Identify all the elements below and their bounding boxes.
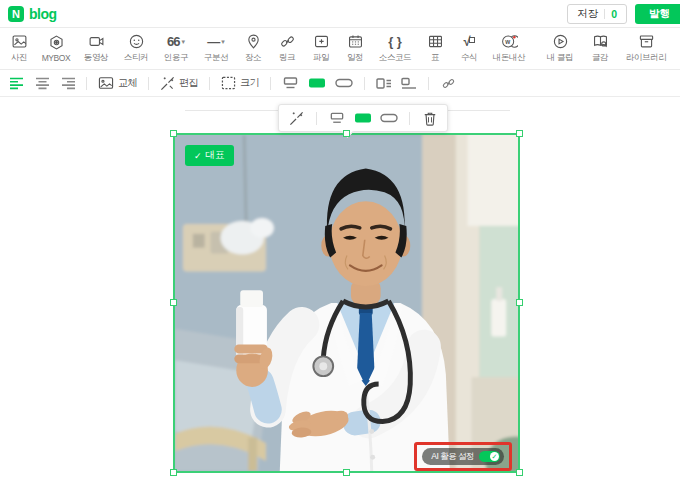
size-label: 크기 bbox=[240, 76, 259, 90]
align-right-icon bbox=[60, 77, 75, 90]
publish-button[interactable]: 발행 bbox=[635, 4, 680, 24]
toolbar-library-button[interactable]: 라이브러리 bbox=[620, 29, 672, 69]
width-fit-icon bbox=[354, 112, 372, 124]
toolbar-item-label: 파일 bbox=[313, 52, 329, 64]
toolbar-table-button[interactable]: 표 bbox=[418, 29, 452, 69]
toolbar-sourcecode-button[interactable]: { } 소스코드 bbox=[372, 29, 418, 69]
toolbar-video-button[interactable]: 동영상 bbox=[76, 29, 116, 69]
naver-blog-editor: N blog 저장 0 발행 사진 MYBOX bbox=[0, 0, 680, 484]
resize-handle-nw[interactable] bbox=[170, 130, 177, 137]
insert-toolbar: 사진 MYBOX 동영상 스티커 66▾ 인용구 bbox=[0, 28, 680, 70]
toolbar-item-label: 인용구 bbox=[164, 52, 188, 64]
toolbar-money-button[interactable]: w 내돈내산 bbox=[486, 29, 532, 69]
selected-image[interactable]: ✓ 대표 AI 활용 설정 ✓ bbox=[173, 133, 520, 473]
float-width-fit-button[interactable] bbox=[352, 107, 374, 129]
resize-image-button[interactable]: 크기 bbox=[218, 72, 262, 94]
resize-handle-ne[interactable] bbox=[516, 130, 523, 137]
align-left-button[interactable] bbox=[6, 72, 28, 94]
representative-label: 대표 bbox=[206, 149, 225, 162]
resize-handle-e[interactable] bbox=[516, 299, 523, 306]
image-link-button[interactable] bbox=[437, 72, 459, 94]
wrap-text-below-icon bbox=[401, 77, 417, 90]
toolbar-item-label: 표 bbox=[431, 52, 439, 64]
toolbar-link-button[interactable]: 링크 bbox=[270, 29, 304, 69]
toolbar-item-label: 사진 bbox=[11, 52, 27, 64]
toolbar-quote-button[interactable]: 66▾ 인용구 bbox=[156, 29, 196, 69]
float-width-wide-button[interactable] bbox=[378, 107, 400, 129]
editor-canvas[interactable]: ✓ 대표 AI 활용 설정 ✓ bbox=[0, 97, 680, 484]
save-button[interactable]: 저장 0 bbox=[567, 4, 627, 24]
toolbar-mybox-button[interactable]: MYBOX bbox=[36, 29, 76, 69]
toolbar-separator bbox=[316, 112, 317, 125]
topbar-actions: 저장 0 발행 bbox=[567, 4, 672, 24]
edit-image-button[interactable]: 편집 bbox=[157, 72, 201, 94]
toolbar-item-label: 스티커 bbox=[124, 52, 148, 64]
resize-handle-s[interactable] bbox=[343, 469, 350, 476]
align-right-button[interactable] bbox=[56, 72, 78, 94]
align-center-button[interactable] bbox=[31, 72, 53, 94]
library-box-icon bbox=[638, 33, 655, 50]
replace-image-icon bbox=[98, 76, 114, 90]
float-width-document-button[interactable] bbox=[326, 107, 348, 129]
toolbar-separator bbox=[428, 77, 429, 90]
wrap-text-side-button[interactable] bbox=[373, 72, 395, 94]
image-format-toolbar: 교체 편집 크기 bbox=[0, 70, 680, 97]
edit-label: 편집 bbox=[179, 76, 198, 90]
width-document-button[interactable] bbox=[279, 72, 302, 94]
width-fit-button[interactable] bbox=[305, 72, 329, 94]
save-divider bbox=[604, 9, 605, 19]
toggle-on-icon[interactable]: ✓ bbox=[479, 451, 500, 462]
toolbar-item-label: 라이브러리 bbox=[626, 52, 667, 64]
toolbar-sticker-button[interactable]: 스티커 bbox=[116, 29, 156, 69]
toolbar-myclip-button[interactable]: 내 클립 bbox=[540, 29, 580, 69]
toolbar-schedule-button[interactable]: 일정 bbox=[338, 29, 372, 69]
toolbar-item-label: 구분선 bbox=[204, 52, 228, 64]
toolbar-file-button[interactable]: 파일 bbox=[304, 29, 338, 69]
resize-handle-sw[interactable] bbox=[170, 469, 177, 476]
toolbar-item-label: 링크 bbox=[279, 52, 295, 64]
ai-usage-setting-toggle[interactable]: AI 활용 설정 ✓ bbox=[422, 448, 504, 465]
toolbar-formula-button[interactable]: √ 수식 bbox=[452, 29, 486, 69]
ai-toggle-highlight-box: AI 활용 설정 ✓ bbox=[414, 442, 512, 471]
replace-image-button[interactable]: 교체 bbox=[95, 72, 140, 94]
writing-material-icon bbox=[592, 33, 609, 50]
save-label: 저장 bbox=[577, 7, 598, 21]
resize-handle-w[interactable] bbox=[170, 299, 177, 306]
toggle-knob: ✓ bbox=[490, 452, 499, 461]
sticker-smiley-icon bbox=[128, 33, 145, 50]
representative-badge: ✓ 대표 bbox=[185, 145, 234, 166]
width-document-icon bbox=[329, 112, 345, 124]
width-wide-icon bbox=[380, 112, 398, 124]
width-fit-icon bbox=[308, 77, 326, 89]
code-braces-icon: { } bbox=[388, 33, 402, 50]
logo-text: blog bbox=[29, 6, 57, 22]
save-count: 0 bbox=[611, 8, 617, 20]
float-edit-button[interactable] bbox=[285, 107, 307, 129]
file-folder-icon bbox=[313, 33, 330, 50]
mybox-icon bbox=[48, 34, 65, 51]
toolbar-item-label: MYBOX bbox=[42, 53, 71, 63]
horizontal-line-icon: —▾ bbox=[207, 33, 225, 50]
width-wide-button[interactable] bbox=[332, 72, 356, 94]
toolbar-divider-button[interactable]: —▾ 구분선 bbox=[196, 29, 236, 69]
wrap-text-below-button[interactable] bbox=[398, 72, 420, 94]
align-left-icon bbox=[10, 77, 25, 90]
topbar: N blog 저장 0 발행 bbox=[0, 0, 680, 28]
resize-handle-se[interactable] bbox=[516, 469, 523, 476]
toolbar-place-button[interactable]: 장소 bbox=[236, 29, 270, 69]
ai-toggle-label: AI 활용 설정 bbox=[431, 451, 474, 463]
toolbar-item-label: 내돈내산 bbox=[493, 52, 525, 64]
toolbar-item-label: 수식 bbox=[461, 52, 477, 64]
formula-sqrt-icon: √ bbox=[463, 33, 474, 50]
naver-blog-logo[interactable]: N blog bbox=[8, 6, 57, 22]
delete-image-button[interactable] bbox=[419, 107, 441, 129]
quotation-icon: 66▾ bbox=[167, 33, 185, 50]
replace-label: 교체 bbox=[118, 76, 137, 90]
toolbar-photo-button[interactable]: 사진 bbox=[2, 29, 36, 69]
photo-icon bbox=[11, 33, 28, 50]
resize-handle-n[interactable] bbox=[343, 130, 350, 137]
toolbar-separator bbox=[364, 77, 365, 90]
toolbar-material-button[interactable]: 글감 bbox=[580, 29, 620, 69]
svg-text:w: w bbox=[504, 38, 510, 45]
toolbar-item-label: 일정 bbox=[347, 52, 363, 64]
